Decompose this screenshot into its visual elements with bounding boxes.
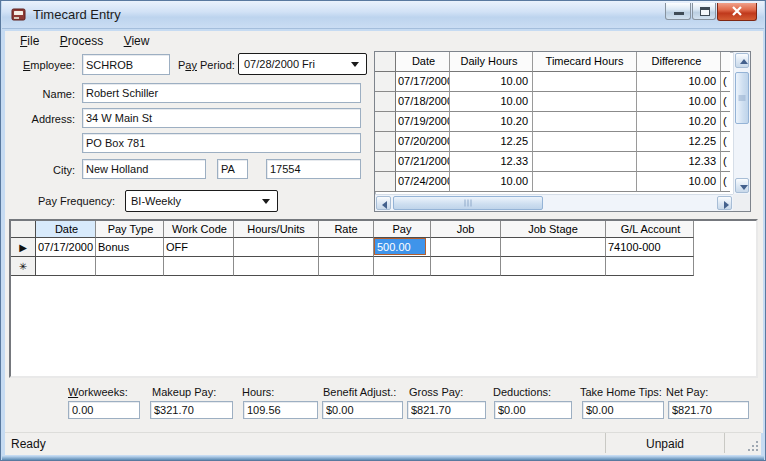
cell-gl-account[interactable]: 74100-000: [606, 238, 694, 257]
daily-grid-corner[interactable]: [375, 52, 396, 72]
cell-gl-account[interactable]: [606, 257, 694, 276]
cell-daily-hours[interactable]: 10.20: [450, 112, 533, 132]
cell-difference[interactable]: 12.33: [637, 152, 721, 172]
col-header-work-code[interactable]: Work Code: [164, 221, 234, 238]
cell-rate[interactable]: [319, 257, 374, 276]
cell-pay[interactable]: [374, 257, 431, 276]
cell-date[interactable]: 07/17/2000: [36, 238, 96, 257]
cell-hours-units[interactable]: [234, 257, 319, 276]
scroll-left-button[interactable]: [376, 196, 391, 210]
daily-grid-row[interactable]: 07/21/2000 12.33 12.33 (: [375, 152, 750, 172]
row-selector[interactable]: [375, 172, 396, 192]
col-header-rate[interactable]: Rate: [319, 221, 374, 238]
cell-daily-hours[interactable]: 10.00: [450, 92, 533, 112]
current-record-selector[interactable]: ▶: [11, 238, 36, 257]
cell-difference[interactable]: 10.20: [637, 112, 721, 132]
cell-job-stage[interactable]: [501, 257, 606, 276]
address-line1-input[interactable]: [82, 108, 361, 128]
scroll-down-button[interactable]: [735, 178, 749, 193]
horizontal-scrollbar[interactable]: [375, 194, 733, 211]
col-header-timecard-hours[interactable]: Timecard Hours: [533, 52, 637, 72]
zip-input[interactable]: [266, 159, 361, 179]
cell-date[interactable]: 07/19/2000: [396, 112, 450, 132]
daily-grid-row[interactable]: 07/20/2000 12.25 12.25 (: [375, 132, 750, 152]
address-line2-input[interactable]: [82, 133, 361, 153]
resize-grip-icon[interactable]: [746, 439, 758, 451]
col-header-job-stage[interactable]: Job Stage: [501, 221, 606, 238]
gross-pay-field[interactable]: [407, 401, 486, 419]
name-input[interactable]: [82, 83, 361, 103]
row-selector[interactable]: [375, 92, 396, 112]
col-header-gl-account[interactable]: G/L Account: [606, 221, 694, 238]
row-selector[interactable]: [375, 112, 396, 132]
vertical-scroll-thumb[interactable]: [735, 72, 749, 124]
cell-daily-hours[interactable]: 12.25: [450, 132, 533, 152]
title-bar[interactable]: Timecard Entry: [2, 1, 764, 29]
row-selector[interactable]: [375, 152, 396, 172]
col-header-pay[interactable]: Pay: [374, 221, 431, 238]
cell-pay-type[interactable]: Bonus: [96, 238, 164, 257]
cell-job[interactable]: [431, 257, 501, 276]
cell-work-code[interactable]: OFF: [164, 238, 234, 257]
cell-date[interactable]: 07/17/2000: [396, 72, 450, 92]
net-pay-field[interactable]: [668, 401, 749, 419]
col-header-job[interactable]: Job: [431, 221, 501, 238]
cell-daily-hours[interactable]: 10.00: [450, 172, 533, 192]
close-button[interactable]: [717, 3, 757, 21]
minimize-button[interactable]: [665, 3, 691, 20]
selected-cell-value[interactable]: 500.00: [374, 238, 426, 255]
cell-date[interactable]: 07/20/2000: [396, 132, 450, 152]
horizontal-scroll-thumb[interactable]: [393, 196, 543, 210]
cell-difference[interactable]: 12.25: [637, 132, 721, 152]
cell-pay-type[interactable]: [96, 257, 164, 276]
pay-period-dropdown[interactable]: 07/28/2000 Fri: [238, 53, 367, 75]
daily-grid-row[interactable]: 07/19/2000 10.20 10.20 (: [375, 112, 750, 132]
daily-grid-row[interactable]: 07/17/2000 10.00 10.00 (: [375, 72, 750, 92]
cell-date[interactable]: 07/21/2000: [396, 152, 450, 172]
col-header-pay-type[interactable]: Pay Type: [96, 221, 164, 238]
cell-pay-selected[interactable]: 500.00: [374, 238, 431, 257]
cell-daily-hours[interactable]: 12.33: [450, 152, 533, 172]
cell-timecard-hours[interactable]: [533, 132, 637, 152]
cell-timecard-hours[interactable]: [533, 72, 637, 92]
scroll-up-button[interactable]: [735, 53, 749, 68]
pay-frequency-dropdown[interactable]: BI-Weekly: [125, 190, 278, 212]
cell-work-code[interactable]: [164, 257, 234, 276]
row-selector[interactable]: [375, 72, 396, 92]
scroll-right-button[interactable]: [717, 196, 732, 210]
col-header-date[interactable]: Date: [396, 52, 450, 72]
employee-input[interactable]: [82, 54, 170, 75]
makeup-pay-field[interactable]: [150, 401, 233, 419]
menu-view[interactable]: View: [116, 31, 158, 52]
state-input[interactable]: [217, 159, 248, 179]
cell-timecard-hours[interactable]: [533, 172, 637, 192]
deductions-field[interactable]: [494, 401, 572, 419]
daily-grid-row[interactable]: 07/18/2000 10.00 10.00 (: [375, 92, 750, 112]
cell-date[interactable]: 07/24/2000: [396, 172, 450, 192]
cell-hours-units[interactable]: [234, 238, 319, 257]
timecard-row-new[interactable]: ✳: [11, 257, 756, 276]
workweeks-field[interactable]: [68, 401, 140, 419]
maximize-button[interactable]: [692, 3, 716, 20]
menu-process[interactable]: Process: [52, 31, 111, 52]
benefit-adjust-field[interactable]: [322, 401, 403, 419]
city-input[interactable]: [82, 159, 206, 179]
timecard-row-current[interactable]: ▶ 07/17/2000 Bonus OFF 500.00 74100-000: [11, 238, 756, 257]
cell-date[interactable]: [36, 257, 96, 276]
take-home-tips-field[interactable]: [582, 401, 664, 419]
vertical-scrollbar[interactable]: [733, 52, 750, 194]
col-header-daily-hours[interactable]: Daily Hours: [450, 52, 533, 72]
col-header-difference[interactable]: Difference: [637, 52, 721, 72]
cell-date[interactable]: 07/18/2000: [396, 92, 450, 112]
daily-grid-row[interactable]: 07/24/2000 10.00 10.00 (: [375, 172, 750, 192]
new-record-selector[interactable]: ✳: [11, 257, 36, 276]
menu-file[interactable]: File: [12, 31, 47, 52]
cell-difference[interactable]: 10.00: [637, 172, 721, 192]
cell-job[interactable]: [431, 238, 501, 257]
hours-field[interactable]: [243, 401, 318, 419]
timecard-grid-corner[interactable]: [11, 221, 36, 238]
cell-timecard-hours[interactable]: [533, 112, 637, 132]
cell-daily-hours[interactable]: 10.00: [450, 72, 533, 92]
col-header-date[interactable]: Date: [36, 221, 96, 238]
row-selector[interactable]: [375, 132, 396, 152]
